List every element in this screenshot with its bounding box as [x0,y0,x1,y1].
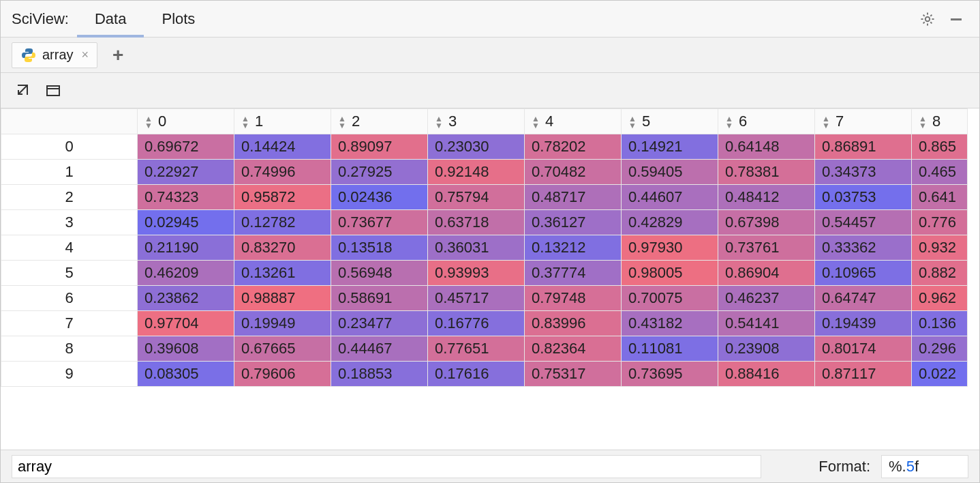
cell[interactable]: 0.37774 [525,261,622,286]
cell[interactable]: 0.59405 [622,160,718,185]
cell[interactable]: 0.12782 [234,210,331,235]
cell[interactable]: 0.67398 [718,210,815,235]
cell[interactable]: 0.641 [912,185,968,210]
cell[interactable]: 0.88416 [718,362,815,387]
cell[interactable]: 0.776 [912,210,968,235]
cell[interactable]: 0.46237 [718,286,815,311]
row-header-9[interactable]: 9 [1,362,138,387]
format-input[interactable]: %.5f [881,455,968,478]
cell[interactable]: 0.87117 [815,362,912,387]
cell[interactable]: 0.48717 [525,185,622,210]
cell[interactable]: 0.70482 [525,160,622,185]
cell[interactable]: 0.23862 [138,286,234,311]
col-header-2[interactable]: ▲▼2 [331,109,428,134]
cell[interactable]: 0.19949 [234,311,331,336]
cell[interactable]: 0.54457 [815,210,912,235]
tab-data[interactable]: Data [77,1,144,37]
restore-layout-icon[interactable] [43,80,63,101]
cell[interactable]: 0.36031 [428,235,525,261]
cell[interactable]: 0.43182 [622,311,718,336]
cell[interactable]: 0.18853 [331,362,428,387]
col-header-1[interactable]: ▲▼1 [234,109,331,134]
cell[interactable]: 0.86891 [815,134,912,160]
col-header-6[interactable]: ▲▼6 [718,109,815,134]
cell[interactable]: 0.74323 [138,185,234,210]
cell[interactable]: 0.42829 [622,210,718,235]
col-header-5[interactable]: ▲▼5 [622,109,718,134]
cell[interactable]: 0.19439 [815,311,912,336]
row-header-4[interactable]: 4 [1,235,138,261]
cell[interactable]: 0.44467 [331,336,428,362]
tab-plots[interactable]: Plots [144,1,213,37]
col-header-0[interactable]: ▲▼0 [138,109,234,134]
variable-name-input[interactable] [12,455,761,478]
cell[interactable]: 0.54141 [718,311,815,336]
cell[interactable]: 0.74996 [234,160,331,185]
row-header-8[interactable]: 8 [1,336,138,362]
cell[interactable]: 0.23477 [331,311,428,336]
close-icon[interactable]: × [82,48,89,62]
cell[interactable]: 0.80174 [815,336,912,362]
cell[interactable]: 0.39608 [138,336,234,362]
cell[interactable]: 0.75317 [525,362,622,387]
cell[interactable]: 0.136 [912,311,968,336]
cell[interactable]: 0.92148 [428,160,525,185]
cell[interactable]: 0.58691 [331,286,428,311]
add-tab-icon[interactable]: + [112,44,123,66]
cell[interactable]: 0.02436 [331,185,428,210]
col-header-8[interactable]: ▲▼8 [912,109,968,134]
cell[interactable]: 0.78381 [718,160,815,185]
cell[interactable]: 0.63718 [428,210,525,235]
cell[interactable]: 0.13261 [234,261,331,286]
cell[interactable]: 0.86904 [718,261,815,286]
cell[interactable]: 0.16776 [428,311,525,336]
cell[interactable]: 0.46209 [138,261,234,286]
cell[interactable]: 0.64747 [815,286,912,311]
cell[interactable]: 0.83270 [234,235,331,261]
cell[interactable]: 0.48412 [718,185,815,210]
col-header-3[interactable]: ▲▼3 [428,109,525,134]
cell[interactable]: 0.932 [912,235,968,261]
row-header-1[interactable]: 1 [1,160,138,185]
cell[interactable]: 0.73761 [718,235,815,261]
cell[interactable]: 0.296 [912,336,968,362]
cell[interactable]: 0.23908 [718,336,815,362]
cell[interactable]: 0.14921 [622,134,718,160]
cell[interactable]: 0.93993 [428,261,525,286]
cell[interactable]: 0.73677 [331,210,428,235]
cell[interactable]: 0.33362 [815,235,912,261]
cell[interactable]: 0.98005 [622,261,718,286]
cell[interactable]: 0.27925 [331,160,428,185]
col-header-7[interactable]: ▲▼7 [815,109,912,134]
cell[interactable]: 0.23030 [428,134,525,160]
row-header-2[interactable]: 2 [1,185,138,210]
cell[interactable]: 0.22927 [138,160,234,185]
cell[interactable]: 0.95872 [234,185,331,210]
cell[interactable]: 0.69672 [138,134,234,160]
cell[interactable]: 0.64148 [718,134,815,160]
row-header-5[interactable]: 5 [1,261,138,286]
cell[interactable]: 0.882 [912,261,968,286]
cell[interactable]: 0.14424 [234,134,331,160]
cell[interactable]: 0.21190 [138,235,234,261]
row-header-6[interactable]: 6 [1,286,138,311]
cell[interactable]: 0.022 [912,362,968,387]
file-tab-array[interactable]: array × [12,42,97,68]
cell[interactable]: 0.77651 [428,336,525,362]
cell[interactable]: 0.67665 [234,336,331,362]
cell[interactable]: 0.97930 [622,235,718,261]
cell[interactable]: 0.45717 [428,286,525,311]
cell[interactable]: 0.56948 [331,261,428,286]
cell[interactable]: 0.465 [912,160,968,185]
cell[interactable]: 0.17616 [428,362,525,387]
cell[interactable]: 0.44607 [622,185,718,210]
cell[interactable]: 0.865 [912,134,968,160]
cell[interactable]: 0.11081 [622,336,718,362]
cell[interactable]: 0.89097 [331,134,428,160]
cell[interactable]: 0.97704 [138,311,234,336]
cell[interactable]: 0.08305 [138,362,234,387]
gear-icon[interactable] [915,7,940,31]
cell[interactable]: 0.83996 [525,311,622,336]
cell[interactable]: 0.02945 [138,210,234,235]
cell[interactable]: 0.10965 [815,261,912,286]
